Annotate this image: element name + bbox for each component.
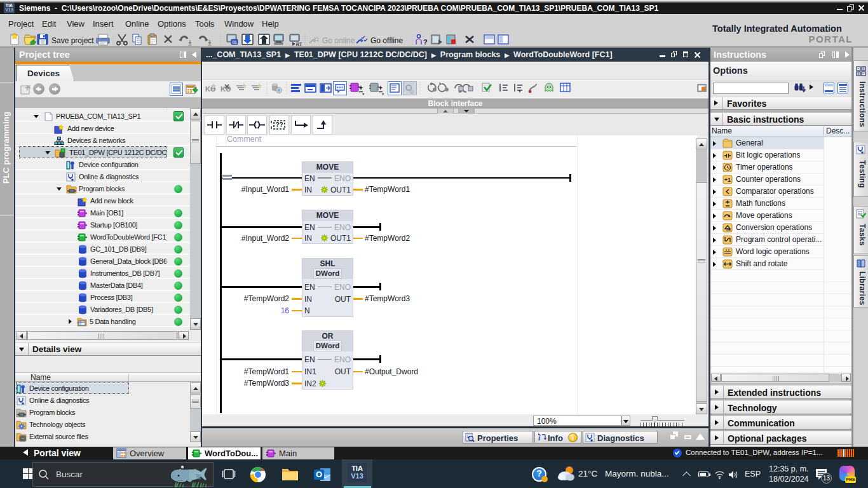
svg-text:O: O — [316, 470, 322, 479]
svg-text:??: ?? — [275, 121, 283, 128]
svg-text:KƟ: KƟ — [220, 85, 231, 93]
svg-text:+1: +1 — [724, 177, 731, 183]
svg-text:01: 01 — [232, 40, 237, 44]
svg-text:RT: RT — [296, 42, 302, 46]
svg-text:?: ? — [423, 38, 428, 46]
